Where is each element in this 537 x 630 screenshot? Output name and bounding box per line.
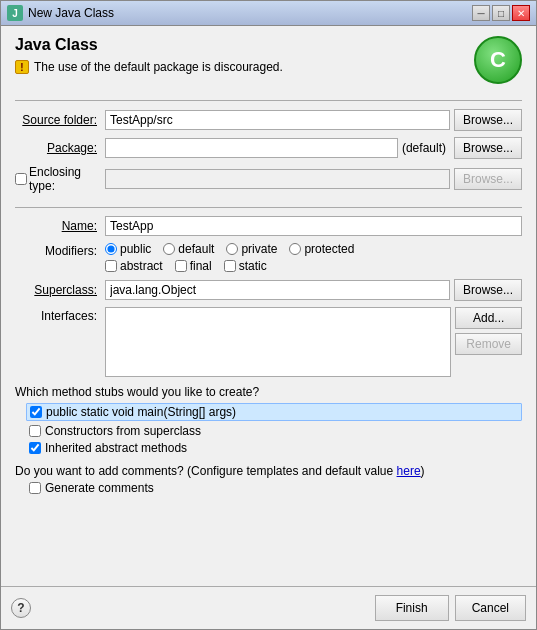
modifier-default-label[interactable]: default [163,242,214,256]
modifiers-check-row: abstract final static [105,259,522,273]
interfaces-label: Interfaces: [15,307,105,323]
stub-inherited-text: Inherited abstract methods [45,441,187,455]
stub-constructors-text: Constructors from superclass [45,424,201,438]
close-button[interactable]: ✕ [512,5,530,21]
window-title: New Java Class [28,6,114,20]
package-browse-button[interactable]: Browse... [454,137,522,159]
source-folder-input[interactable] [105,110,450,130]
minimize-button[interactable]: ─ [472,5,490,21]
interfaces-remove-button[interactable]: Remove [455,333,522,355]
comments-here-link[interactable]: here [397,464,421,478]
stub-constructors-checkbox[interactable] [29,425,41,437]
stubs-question: Which method stubs would you like to cre… [15,385,522,399]
interfaces-textarea[interactable] [105,307,451,377]
warning-row: ! The use of the default package is disc… [15,60,464,74]
stub-main-checkbox[interactable] [30,406,42,418]
modifier-protected-radio[interactable] [289,243,301,255]
superclass-browse-button[interactable]: Browse... [454,279,522,301]
window-icon: J [7,5,23,21]
modifier-default-text: default [178,242,214,256]
superclass-row: Superclass: Browse... [15,279,522,301]
modifier-final-label[interactable]: final [175,259,212,273]
help-button[interactable]: ? [11,598,31,618]
modifier-protected-label[interactable]: protected [289,242,354,256]
enclosing-type-row: Enclosing type: Browse... [15,165,522,193]
enclosing-type-checkbox-container: Enclosing type: [15,165,105,193]
header-left: Java Class ! The use of the default pack… [15,36,464,74]
comments-question-suffix: ) [421,464,425,478]
bottom-bar: ? Finish Cancel [1,586,536,629]
package-input[interactable] [105,138,398,158]
interfaces-section: Interfaces: Add... Remove [15,307,522,377]
comments-question-prefix: Do you want to add comments? (Configure … [15,464,397,478]
title-bar-left: J New Java Class [7,5,114,21]
maximize-button[interactable]: □ [492,5,510,21]
source-folder-label: Source folder: [15,113,105,127]
modifier-private-radio[interactable] [226,243,238,255]
enclosing-type-checkbox[interactable] [15,173,27,185]
interfaces-add-button[interactable]: Add... [455,307,522,329]
modifier-abstract-text: abstract [120,259,163,273]
finish-button[interactable]: Finish [375,595,449,621]
modifier-private-label[interactable]: private [226,242,277,256]
source-folder-row: Source folder: Browse... [15,109,522,131]
modifier-default-radio[interactable] [163,243,175,255]
superclass-input[interactable] [105,280,450,300]
modifier-static-text: static [239,259,267,273]
header-section: Java Class ! The use of the default pack… [15,36,522,84]
stub-inherited-checkbox[interactable] [29,442,41,454]
modifier-static-label[interactable]: static [224,259,267,273]
modifiers-section: Modifiers: public default private [15,242,522,273]
modifier-final-checkbox[interactable] [175,260,187,272]
cancel-button[interactable]: Cancel [455,595,526,621]
name-row: Name: [15,216,522,236]
comments-section: Do you want to add comments? (Configure … [15,464,522,495]
enclosing-type-input[interactable] [105,169,450,189]
superclass-label: Superclass: [15,283,105,297]
stub-inherited-row: Inherited abstract methods [29,441,522,455]
modifiers-radio-row: public default private protected [105,242,522,256]
stub-main-row: public static void main(String[] args) [26,403,522,421]
enclosing-type-label[interactable]: Enclosing type: [29,165,97,193]
modifier-public-radio[interactable] [105,243,117,255]
generate-comments-checkbox[interactable] [29,482,41,494]
name-input[interactable] [105,216,522,236]
modifier-protected-text: protected [304,242,354,256]
modifier-abstract-checkbox[interactable] [105,260,117,272]
dialog-window: J New Java Class ─ □ ✕ Java Class ! The … [0,0,537,630]
modifier-abstract-label[interactable]: abstract [105,259,163,273]
modifiers-label: Modifiers: [15,242,105,258]
source-folder-browse-button[interactable]: Browse... [454,109,522,131]
package-row: Package: (default) Browse... [15,137,522,159]
warning-text: The use of the default package is discou… [34,60,283,74]
name-label: Name: [15,219,105,233]
enclosing-type-browse-button[interactable]: Browse... [454,168,522,190]
comments-check-row: Generate comments [29,481,522,495]
divider-1 [15,100,522,101]
page-title: Java Class [15,36,464,54]
modifier-public-text: public [120,242,151,256]
divider-2 [15,207,522,208]
logo-icon: C [474,36,522,84]
warning-icon: ! [15,60,29,74]
dialog-content: Java Class ! The use of the default pack… [1,26,536,586]
modifier-final-text: final [190,259,212,273]
title-bar: J New Java Class ─ □ ✕ [1,1,536,26]
stub-constructors-row: Constructors from superclass [29,424,522,438]
interfaces-buttons: Add... Remove [455,307,522,355]
modifiers-content: public default private protected [105,242,522,273]
package-label: Package: [15,141,105,155]
package-default-text: (default) [402,141,446,155]
modifier-public-label[interactable]: public [105,242,151,256]
stub-main-text: public static void main(String[] args) [46,405,236,419]
title-bar-controls: ─ □ ✕ [472,5,530,21]
generate-comments-label: Generate comments [45,481,154,495]
bottom-buttons: Finish Cancel [375,595,526,621]
stubs-section: Which method stubs would you like to cre… [15,385,522,458]
modifier-static-checkbox[interactable] [224,260,236,272]
modifier-private-text: private [241,242,277,256]
